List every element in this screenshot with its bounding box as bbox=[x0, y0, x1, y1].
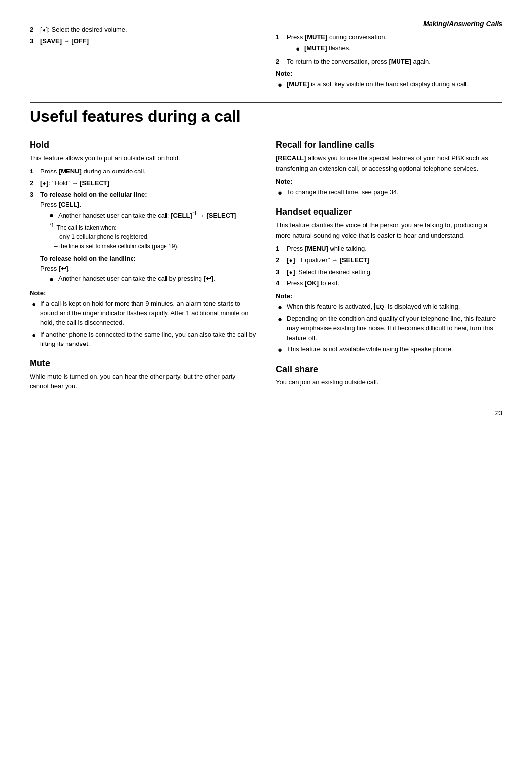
page-container: 2 [⬧]: Select the desired volume. 3 [SAV… bbox=[30, 20, 502, 417]
main-title: Useful features during a call bbox=[30, 107, 502, 126]
eq-step-3-text: [⬧]: Select the desired setting. bbox=[287, 267, 502, 277]
top-step-3: 3 [SAVE] → [OFF] bbox=[30, 36, 256, 46]
mute-title: Mute bbox=[30, 358, 256, 369]
step-num: 2 bbox=[30, 25, 37, 34]
hold-title: Hold bbox=[30, 140, 256, 150]
top-note-text: [MUTE] is a soft key visible on the hand… bbox=[287, 79, 468, 90]
hold-step-1-text: Press [MENU] during an outside call. bbox=[40, 167, 256, 176]
equalizer-intro: This feature clarifies the voice of the … bbox=[276, 220, 502, 241]
hold-step-1: 1 Press [MENU] during an outside call. bbox=[30, 167, 256, 176]
dash-item-1: – only 1 cellular phone is registered. bbox=[54, 232, 256, 241]
hold-note-2-text: If another phone is connected to the sam… bbox=[40, 330, 256, 349]
hold-note-1: ● If a call is kept on hold for more tha… bbox=[32, 299, 256, 328]
main-divider bbox=[30, 102, 502, 103]
top-left: 2 [⬧]: Select the desired volume. 3 [SAV… bbox=[30, 20, 256, 92]
landline-bullet: ● Another handset user can take the call… bbox=[49, 274, 256, 284]
mute-body: While mute is turned on, you can hear th… bbox=[30, 372, 256, 392]
page-footer: 23 bbox=[30, 405, 502, 417]
callshare-title: Call share bbox=[276, 364, 502, 375]
recall-note-1: ● To change the recall time, see page 34… bbox=[278, 187, 502, 198]
equalizer-divider bbox=[276, 203, 502, 203]
landline-release: To release hold on the landline: Press [… bbox=[40, 254, 256, 284]
landline-bullet-text: Another handset user can take the call b… bbox=[58, 274, 215, 284]
eq-step-2-text: [⬧]: "Equalizer" → [SELECT] bbox=[287, 255, 502, 265]
top-note-label: Note: bbox=[276, 70, 502, 77]
step-2-label: : Select the desired volume. bbox=[48, 26, 127, 33]
hold-step-3-text: To release hold on the cellular line: Pr… bbox=[40, 190, 256, 285]
step-num-3: 3 bbox=[30, 36, 37, 46]
top-note-item: ● [MUTE] is a soft key visible on the ha… bbox=[278, 79, 502, 90]
mute-divider bbox=[30, 354, 256, 354]
recall-title: Recall for landline calls bbox=[276, 140, 502, 150]
left-col: Hold This feature allows you to put an o… bbox=[30, 131, 256, 395]
equalizer-title: Handset equalizer bbox=[276, 207, 502, 217]
mute-step-2: 2 To return to the conversation, press [… bbox=[276, 57, 502, 67]
step-3-label: [SAVE] → [OFF] bbox=[40, 36, 89, 46]
dash-item-2: – the line is set to make cellular calls… bbox=[54, 242, 256, 251]
recall-note-label: Note: bbox=[276, 178, 502, 185]
eq-note-3: ● This feature is not available while us… bbox=[278, 345, 502, 355]
eq-note-3-text: This feature is not available while usin… bbox=[287, 345, 453, 355]
step-2-text: [⬧]: Select the desired volume. bbox=[40, 25, 127, 34]
top-step-2: 2 [⬧]: Select the desired volume. bbox=[30, 25, 256, 34]
hold-cell-bullet: ● Another handset user can take the call… bbox=[49, 210, 256, 221]
volume-icon: [⬧] bbox=[40, 26, 48, 33]
mute-step-1: 1 Press [MUTE] during conversation. ● [M… bbox=[276, 33, 502, 55]
eq-note-label: Note: bbox=[276, 292, 502, 300]
two-col-layout: Hold This feature allows you to put an o… bbox=[30, 131, 502, 395]
callshare-body: You can join an existing outside call. bbox=[276, 378, 502, 388]
recall-intro: [RECALL] allows you to use the special f… bbox=[276, 153, 502, 174]
mute-step-1-text: Press [MUTE] during conversation. ● [MUT… bbox=[287, 33, 502, 55]
header-italic-title: Making/Answering Calls bbox=[276, 20, 502, 28]
hold-divider bbox=[30, 136, 256, 136]
eq-step-4: 4 Press [OK] to exit. bbox=[276, 278, 502, 288]
eq-note-1-text: When this feature is activated, EQ is di… bbox=[287, 302, 460, 312]
eq-step-2: 2 [⬧]: "Equalizer" → [SELECT] bbox=[276, 255, 502, 265]
hold-step-3: 3 To release hold on the cellular line: … bbox=[30, 190, 256, 285]
recall-divider bbox=[276, 136, 502, 136]
top-section: 2 [⬧]: Select the desired volume. 3 [SAV… bbox=[30, 20, 502, 92]
page-number: 23 bbox=[495, 409, 502, 417]
hold-step-2-text: [⬧]: "Hold" → [SELECT] bbox=[40, 178, 256, 188]
callshare-divider bbox=[276, 360, 502, 360]
eq-icon-box: EQ bbox=[374, 303, 386, 310]
eq-step-3: 3 [⬧]: Select the desired setting. bbox=[276, 267, 502, 277]
mute-bullet-1: ● [MUTE] flashes. bbox=[296, 43, 502, 54]
hold-step-2: 2 [⬧]: "Hold" → [SELECT] bbox=[30, 178, 256, 188]
hold-cell-bullet-text: Another handset user can take the call: … bbox=[58, 210, 236, 221]
eq-note-2: ● Depending on the condition and quality… bbox=[278, 314, 502, 343]
eq-step-1: 1 Press [MENU] while talking. bbox=[276, 244, 502, 254]
hold-note-1-text: If a call is kept on hold for more than … bbox=[40, 299, 256, 328]
footnote-block: *1 The call is taken when: – only 1 cell… bbox=[49, 222, 256, 251]
hold-note-label: Note: bbox=[30, 289, 256, 297]
hold-intro: This feature allows you to put an outsid… bbox=[30, 153, 256, 164]
mute-step-2-text: To return to the conversation, press [MU… bbox=[287, 57, 502, 67]
eq-step-1-text: Press [MENU] while talking. bbox=[287, 244, 502, 254]
top-right: Making/Answering Calls 1 Press [MUTE] du… bbox=[276, 20, 502, 92]
eq-note-1: ● When this feature is activated, EQ is … bbox=[278, 302, 502, 312]
recall-note-1-text: To change the recall time, see page 34. bbox=[287, 187, 399, 198]
eq-note-2-text: Depending on the condition and quality o… bbox=[287, 314, 502, 343]
hold-note-2: ● If another phone is connected to the s… bbox=[32, 330, 256, 349]
right-col: Recall for landline calls [RECALL] allow… bbox=[276, 131, 502, 395]
eq-step-4-text: Press [OK] to exit. bbox=[287, 278, 502, 288]
